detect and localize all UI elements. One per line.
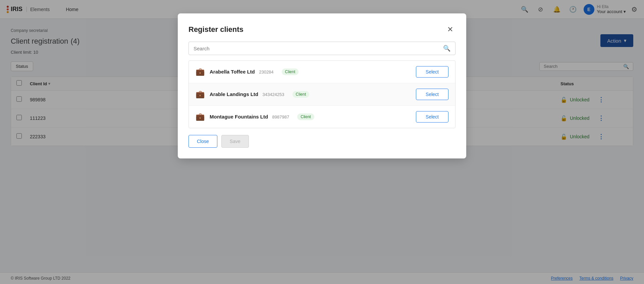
client-name: Montague Fountains Ltd (210, 114, 268, 120)
select-button[interactable]: Select (416, 89, 448, 100)
client-code: 230284 (259, 69, 273, 75)
modal-search-box[interactable]: 🔍 (189, 42, 455, 55)
select-button[interactable]: Select (416, 111, 448, 123)
modal-close-button[interactable]: ✕ (445, 24, 455, 35)
list-item: 💼 Arabella Toffee Ltd 230284 Client Sele… (189, 61, 455, 83)
client-name: Arabella Toffee Ltd (210, 69, 255, 75)
client-badge: Client (297, 113, 314, 120)
modal-search-input[interactable] (194, 46, 440, 51)
client-badge: Client (292, 91, 310, 98)
close-icon: ✕ (447, 25, 453, 34)
client-badge: Client (282, 68, 299, 75)
modal-close-action-button[interactable]: Close (189, 135, 217, 148)
list-item: 💼 Montague Fountains Ltd 8987987 Client … (189, 106, 455, 128)
select-button[interactable]: Select (416, 66, 448, 78)
modal-footer: Close Save (189, 135, 455, 148)
list-item: 💼 Arable Landings Ltd 343424253 Client S… (189, 83, 455, 106)
client-code: 8987987 (272, 114, 289, 120)
modal-title: Register clients (189, 25, 244, 34)
briefcase-icon: 💼 (196, 112, 205, 121)
modal-save-button[interactable]: Save (221, 135, 249, 148)
client-code: 343424253 (262, 92, 284, 97)
register-clients-modal: Register clients ✕ 🔍 💼 Arabella Toffee L… (178, 13, 466, 158)
modal-overlay[interactable]: Register clients ✕ 🔍 💼 Arabella Toffee L… (0, 0, 644, 284)
briefcase-icon: 💼 (196, 67, 205, 76)
search-icon: 🔍 (443, 45, 450, 52)
briefcase-icon: 💼 (196, 90, 205, 99)
client-name: Arable Landings Ltd (210, 91, 258, 97)
client-list: 💼 Arabella Toffee Ltd 230284 Client Sele… (189, 60, 455, 128)
modal-header: Register clients ✕ (189, 24, 455, 35)
